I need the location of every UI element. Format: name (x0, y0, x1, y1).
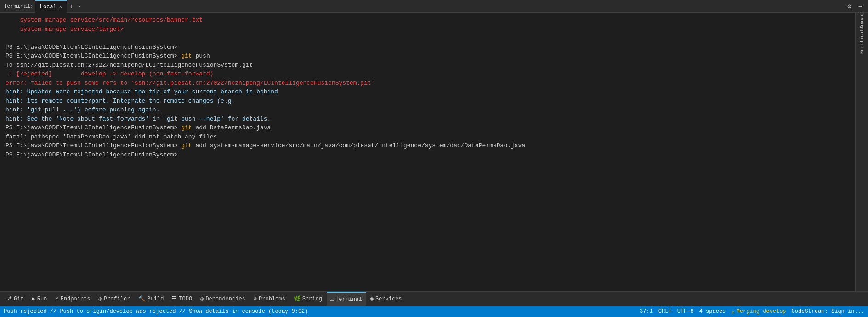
toolbar-dependencies-label: Dependencies (205, 296, 245, 302)
tab-add-button[interactable]: + (67, 0, 76, 13)
profiler-icon: ◎ (99, 295, 102, 302)
todo-icon: ☰ (172, 295, 177, 302)
main-layout: system-manage-service/src/main/resources… (0, 13, 868, 291)
tab-local-label: Local (40, 4, 57, 10)
terminal-line-15: PS E:\java\CODE\Item\LCIntelligenceFusio… (6, 141, 850, 150)
toolbar-endpoints[interactable]: ⚡ Endpoints (51, 292, 94, 306)
terminal-line-16: PS E:\java\CODE\Item\LCIntelligenceFusio… (6, 150, 850, 160)
toolbar-services-label: Services (375, 296, 402, 302)
toolbar-profiler-label: Profiler (104, 296, 130, 302)
toolbar-terminal-label: Terminal (335, 296, 362, 303)
terminal-line-3 (6, 34, 850, 43)
push-message[interactable]: Push rejected // Push to origin/develop … (4, 308, 308, 315)
toolbar-todo[interactable]: ☰ TODO (168, 292, 196, 306)
toolbar-run-label: Run (37, 296, 47, 302)
problems-icon: ⊗ (254, 295, 257, 302)
terminal-line-11: hint: 'git pull ...') before pushing aga… (6, 105, 850, 115)
toolbar-spring-label: Spring (302, 296, 322, 302)
toolbar-git[interactable]: ⎇ Git (2, 292, 28, 306)
terminal-line-12: hint: See the 'Note about fast-forwards'… (6, 115, 850, 124)
terminal-line-4: PS E:\java\CODE\Item\LCIntelligenceFusio… (6, 43, 850, 52)
toolbar-build[interactable]: 🔨 Build (135, 292, 167, 306)
terminal-line-10: hint: its remote counterpart. Integrate … (6, 97, 850, 106)
terminal-line-1: system-manage-service/src/main/resources… (6, 16, 850, 25)
bottom-toolbar: ⎇ Git ▶ Run ⚡ Endpoints ◎ Profiler 🔨 Bui… (0, 291, 868, 306)
toolbar-problems-label: Problems (259, 296, 285, 302)
run-icon: ▶ (32, 295, 35, 302)
toolbar-run[interactable]: ▶ Run (28, 292, 51, 306)
spring-icon: 🌿 (294, 295, 301, 302)
terminal-area[interactable]: system-manage-service/src/main/resources… (0, 13, 855, 291)
toolbar-profiler[interactable]: ◎ Profiler (95, 292, 134, 306)
status-bar: Push rejected // Push to origin/develop … (0, 306, 868, 317)
terminal-line-9: hint: Updates were rejected because the … (6, 87, 850, 97)
terminal-line-13: PS E:\java\CODE\Item\LCIntelligenceFusio… (6, 123, 850, 133)
warning-icon: ⚠ (731, 308, 734, 315)
terminal-line-2: system-manage-service/target/ (6, 25, 850, 34)
terminal-icon: ▬ (330, 296, 334, 303)
settings-icon[interactable]: ⚙ (845, 1, 853, 11)
right-sidebar: Search Notifications (855, 13, 868, 291)
toolbar-git-label: Git (14, 296, 24, 302)
status-left: Push rejected // Push to origin/develop … (4, 308, 634, 315)
toolbar-services[interactable]: ◉ Services (367, 292, 406, 306)
status-right: 37:1 CRLF UTF-8 4 spaces ⚠ Merging devel… (640, 308, 864, 315)
terminal-line-14: fatal: pathspec 'DataPermsDao.java' did … (6, 133, 850, 142)
line-ending-indicator[interactable]: CRLF (658, 308, 672, 315)
codestream-label[interactable]: CodeStream: Sign in... (792, 308, 864, 315)
dependencies-icon: ◎ (200, 295, 204, 302)
position-indicator[interactable]: 37:1 (640, 308, 653, 315)
toolbar-build-label: Build (147, 296, 164, 302)
endpoints-icon: ⚡ (55, 295, 58, 302)
merging-label: Merging develop (737, 308, 786, 315)
toolbar-spring[interactable]: 🌿 Spring (290, 292, 326, 306)
toolbar-todo-label: TODO (179, 296, 192, 302)
toolbar-terminal[interactable]: ▬ Terminal (327, 292, 366, 306)
terminal-line-6: To ssh://git.piesat.cn:27022/hezhipeng/L… (6, 61, 850, 70)
build-icon: 🔨 (138, 295, 145, 302)
services-icon: ◉ (370, 295, 374, 302)
tab-dropdown-button[interactable]: ▾ (76, 0, 83, 13)
tab-bar: Terminal: Local ✕ + ▾ ⚙ — (0, 0, 868, 13)
notifications-icon[interactable]: Notifications (857, 30, 868, 41)
toolbar-dependencies[interactable]: ◎ Dependencies (197, 292, 249, 306)
git-icon: ⎇ (6, 295, 12, 302)
tab-local[interactable]: Local ✕ (35, 0, 67, 13)
terminal-label: Terminal: (4, 3, 34, 10)
minimize-icon[interactable]: — (857, 2, 864, 11)
tab-bar-right: ⚙ — (845, 1, 864, 11)
terminal-line-7: ! [rejected] develop -> develop (non-fas… (6, 69, 850, 79)
encoding-indicator[interactable]: UTF-8 (677, 308, 694, 315)
terminal-line-8: error: failed to push some refs to 'ssh:… (6, 79, 850, 88)
tab-close-icon[interactable]: ✕ (59, 4, 62, 10)
merging-warning[interactable]: ⚠ Merging develop (731, 308, 786, 315)
toolbar-problems[interactable]: ⊗ Problems (250, 292, 289, 306)
indent-indicator[interactable]: 4 spaces (699, 308, 726, 315)
terminal-line-5: PS E:\java\CODE\Item\LCIntelligenceFusio… (6, 52, 850, 61)
toolbar-endpoints-label: Endpoints (61, 296, 91, 302)
